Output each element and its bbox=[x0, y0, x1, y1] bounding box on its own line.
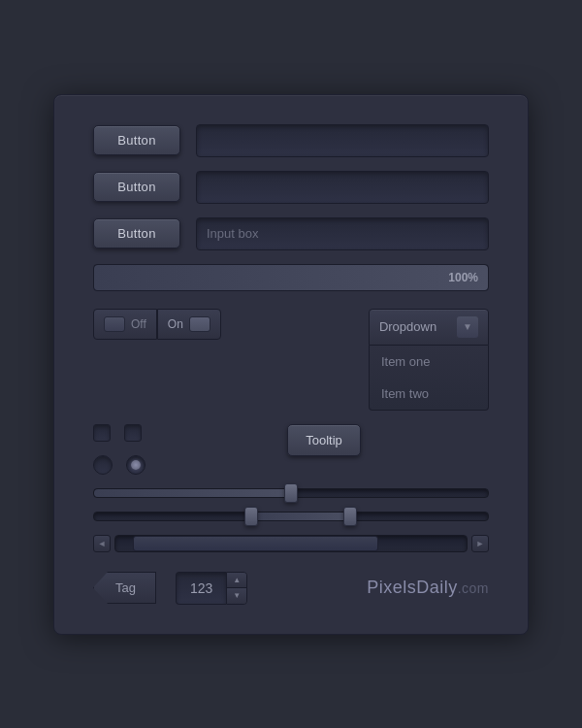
scrollbar-row: ◄ ► bbox=[93, 535, 489, 552]
dropdown-arrow-icon: ▼ bbox=[457, 316, 478, 338]
toggle-on-label: On bbox=[168, 317, 183, 331]
tag-wrapper: Tag bbox=[93, 572, 156, 604]
radio-dot bbox=[131, 460, 141, 470]
radio-1[interactable] bbox=[93, 455, 113, 475]
radio-2[interactable] bbox=[126, 455, 146, 475]
dropdown-item-2[interactable]: Item two bbox=[370, 378, 488, 410]
scrollbar-track bbox=[114, 535, 468, 552]
row-2: Button bbox=[93, 171, 489, 204]
brand: PixelsDaily.com bbox=[367, 578, 489, 598]
dropdown-item-1[interactable]: Item one bbox=[370, 346, 488, 378]
number-input-group: 123 ▲ ▼ bbox=[176, 572, 247, 605]
scroll-right-arrow-icon[interactable]: ► bbox=[471, 535, 489, 552]
tag-label: Tag bbox=[115, 580, 136, 595]
progress-bar-row: 100% bbox=[93, 264, 489, 291]
progress-track: 100% bbox=[93, 264, 489, 291]
slider-2-row bbox=[93, 512, 489, 521]
button-2[interactable]: Button bbox=[93, 172, 180, 202]
bottom-row: Tag 123 ▲ ▼ PixelsDaily.com bbox=[93, 572, 489, 605]
input-field-3[interactable] bbox=[196, 217, 489, 250]
checkbox-2[interactable] bbox=[124, 424, 142, 442]
button-3[interactable]: Button bbox=[93, 218, 180, 248]
toggle-thumb-off bbox=[104, 316, 125, 332]
slider-2-fill bbox=[251, 513, 350, 520]
dropdown-menu: Item one Item two bbox=[369, 346, 489, 411]
number-decrement-button[interactable]: ▼ bbox=[227, 588, 246, 604]
slider-1-handle[interactable] bbox=[284, 483, 298, 503]
slider-2-handle-2[interactable] bbox=[343, 507, 357, 526]
number-display: 123 bbox=[176, 572, 226, 605]
scroll-left-arrow-icon[interactable]: ◄ bbox=[93, 535, 111, 552]
dropdown-label: Dropdown bbox=[379, 319, 436, 334]
tag-button[interactable]: Tag bbox=[93, 572, 156, 604]
checkbox-1[interactable] bbox=[93, 424, 111, 442]
dropdown-button[interactable]: Dropdown ▼ bbox=[369, 309, 489, 346]
input-field-1[interactable] bbox=[196, 124, 489, 157]
slider-2-handle-1[interactable] bbox=[244, 507, 258, 526]
controls-row: Off On Dropdown ▼ Item one Item two bbox=[93, 309, 489, 411]
number-arrows: ▲ ▼ bbox=[226, 572, 247, 605]
toggle-thumb-on bbox=[189, 316, 210, 332]
slider-2-track bbox=[93, 512, 489, 521]
radios-row bbox=[93, 455, 146, 475]
toggle-group: Off On bbox=[93, 309, 221, 340]
slider-1-fill bbox=[94, 489, 291, 497]
tooltip-button[interactable]: Tooltip bbox=[287, 424, 361, 456]
slider-1-row bbox=[93, 488, 489, 498]
progress-label: 100% bbox=[448, 271, 478, 284]
toggle-off-button[interactable]: Off bbox=[93, 309, 157, 340]
scrollbar-thumb[interactable] bbox=[133, 536, 378, 551]
brand-name: PixelsDaily bbox=[367, 578, 458, 597]
row-3: Button bbox=[93, 217, 489, 250]
dropdown-container: Dropdown ▼ Item one Item two bbox=[369, 309, 489, 411]
brand-suffix: .com bbox=[458, 580, 489, 596]
check-group bbox=[93, 424, 146, 475]
row-1: Button bbox=[93, 124, 489, 157]
checkboxes-row bbox=[93, 424, 146, 442]
check-radio-row: Tooltip bbox=[93, 424, 489, 475]
input-field-2[interactable] bbox=[196, 171, 489, 204]
toggle-on-button[interactable]: On bbox=[157, 309, 221, 340]
toggle-off-label: Off bbox=[131, 317, 146, 331]
button-1[interactable]: Button bbox=[93, 125, 180, 155]
number-increment-button[interactable]: ▲ bbox=[227, 573, 246, 589]
progress-fill bbox=[94, 265, 488, 290]
slider-1-track bbox=[93, 488, 489, 498]
ui-panel: Button Button Button 100% Off On bbox=[53, 94, 529, 635]
